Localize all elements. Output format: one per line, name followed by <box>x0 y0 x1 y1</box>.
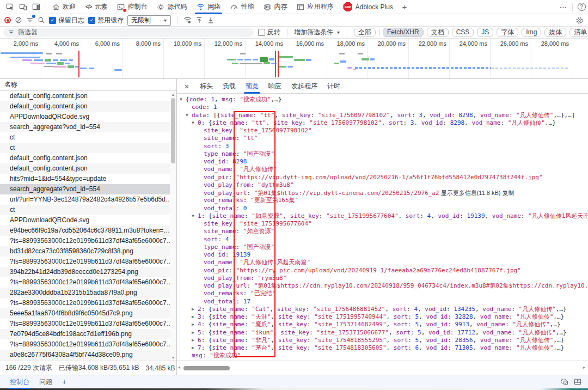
record-network-log-button[interactable] <box>4 17 11 23</box>
settings-gear-icon[interactable] <box>575 16 584 25</box>
throttling-select[interactable]: 无限制 ▼ <box>127 15 171 26</box>
filter-pill--[interactable]: 全部 <box>354 28 376 37</box>
tree-expand-icon[interactable]: ▼ <box>192 119 198 127</box>
request-row[interactable]: default_config.content.json <box>0 101 176 112</box>
tab-application[interactable]: 应用程序 <box>292 0 338 14</box>
requests-vertical-scrollbar[interactable]: ▲ ▼ <box>170 91 176 361</box>
search-icon[interactable] <box>38 16 45 24</box>
detail-horizontal-scrollbar[interactable]: ◂ ▸ <box>177 361 588 375</box>
more-options-icon[interactable]: ⋯ <box>557 1 570 14</box>
request-row[interactable]: 394b22b41d24db39d8eeccd0e1273254.png <box>0 267 176 277</box>
tab-timing[interactable]: 计时 <box>323 79 345 94</box>
tree-expand-icon[interactable]: ▶ <box>192 313 198 321</box>
request-row[interactable]: default_config.content.json <box>0 163 176 174</box>
tab-initiator[interactable]: 发起程序 <box>287 79 322 94</box>
preserve-log-checkbox[interactable]: ✓ 保留日志 <box>49 16 84 25</box>
network-conditions-icon[interactable] <box>183 16 192 24</box>
request-row[interactable]: search_aggregate?vod_id=554 <box>0 184 176 194</box>
tree-expand-icon[interactable]: ▼ <box>186 112 192 119</box>
filter-pill-img[interactable]: Img <box>522 28 541 37</box>
tab-console[interactable]: 控制台 <box>112 0 152 14</box>
scroll-up-icon[interactable]: ▲ <box>170 91 176 97</box>
import-har-icon[interactable] <box>195 16 203 24</box>
tab-memory[interactable]: 内存 <box>259 0 292 14</box>
expand-drawer-icon[interactable] <box>574 379 581 385</box>
tab-response[interactable]: 响应 <box>264 79 286 94</box>
request-row[interactable]: ?ts=88993563000c12e0199b611d37df48af65e6… <box>0 257 176 267</box>
request-row[interactable]: 5eee5a1faa6704f6b8d9f6c05045d7c9.png <box>0 308 176 319</box>
drawer-tab-issues[interactable]: 问题 <box>35 375 57 389</box>
request-row[interactable]: ?ts=88993563000c12e0199b611d37df48af65e6… <box>0 236 176 246</box>
request-row[interactable]: ?ts=88993563000c12e0199b611d37df48af65e6… <box>0 298 176 308</box>
tab-preview[interactable]: 预览 <box>241 79 263 94</box>
request-row[interactable]: APPDownloadQRCode.svg <box>0 112 176 122</box>
request-row[interactable]: bd31d82cca73c03f8598360c729c8f38.png <box>0 246 176 257</box>
tree-expand-icon[interactable]: ▶ <box>192 329 198 337</box>
filter-pill-css[interactable]: CSS <box>452 28 474 37</box>
request-row[interactable]: ct <box>0 143 176 153</box>
scroll-left-icon[interactable]: ◂ <box>178 365 180 370</box>
filter-pill-fetch-xhr[interactable]: Fetch/XHR <box>383 28 424 37</box>
dock-side-icon[interactable] <box>29 1 42 14</box>
filter-toggle-icon[interactable] <box>26 16 34 24</box>
request-row[interactable]: 7e0794d5ce84bdfc198acc7d1eff196b.png <box>0 329 176 339</box>
request-row[interactable]: e94bec66f9c19a7cd552064c6c378911.m3u8?to… <box>0 226 176 236</box>
json-tree-line[interactable]: ▼{code: 1, msg: "搜索成功",…} <box>177 96 588 103</box>
tree-expand-icon[interactable]: ▶ <box>192 306 198 313</box>
network-overview-timeline[interactable]: 2,000 ms4,000 ms6,000 ms8,000 ms10,000 m… <box>0 39 588 79</box>
more-filters-dropdown[interactable]: 增加筛选条件 ▼ <box>294 28 340 37</box>
help-icon[interactable]: ? <box>575 1 588 14</box>
tab-adblock-plus[interactable]: ABP Adblock Plus <box>338 0 397 14</box>
tab-elements[interactable]: </> 元素 <box>81 0 112 14</box>
request-row[interactable]: search_aggregate?vod_id=554 <box>0 122 176 132</box>
filter-pill-js[interactable]: JS <box>477 28 493 37</box>
request-row[interactable]: 282ae3300dddba1b2315b15ada87f9a0.png <box>0 288 176 298</box>
drawer-add-tab-button[interactable]: + <box>58 377 71 386</box>
request-row[interactable]: ?ts=88993563000c12e0199b611d37df48af65e6… <box>0 319 176 329</box>
request-row[interactable]: ct <box>0 205 176 215</box>
json-tree-line[interactable]: code: 1 <box>177 103 588 111</box>
filter-pill--[interactable]: 文档 <box>427 28 449 37</box>
scroll-down-icon[interactable]: ▼ <box>170 354 176 361</box>
request-row[interactable]: ?ts=88993563000c12e0199b611d37df48af65e6… <box>0 360 176 361</box>
request-row[interactable]: ?ts=88993563000c12e0199b611d37df48af65e6… <box>0 277 176 288</box>
tab-welcome[interactable]: 欢迎 <box>47 0 81 14</box>
requests-name-column-header[interactable]: 名称 <box>0 79 176 91</box>
tree-expand-icon[interactable]: ▼ <box>192 212 198 220</box>
close-icon[interactable]: × <box>181 82 192 91</box>
disable-cache-checkbox[interactable]: ✓ 禁用缓存 <box>88 16 124 25</box>
tab-performance[interactable]: 性能 <box>225 0 259 14</box>
request-row[interactable]: ?ts=88993563000c12e0199b611d37df48af65e6… <box>0 339 176 350</box>
request-row[interactable]: default_config.content.json <box>0 153 176 163</box>
export-har-icon[interactable] <box>207 16 215 24</box>
filter-input[interactable]: 筛选器 <box>3 28 254 37</box>
drawer-tab-console[interactable]: 控制台 <box>5 375 34 389</box>
filter-pill--[interactable]: 清单 <box>569 28 588 37</box>
json-ui-button[interactable]: 复制 <box>501 190 514 196</box>
inspect-element-icon[interactable] <box>3 1 16 14</box>
horizontal-scroll-thumb[interactable] <box>183 366 230 370</box>
json-ui-button[interactable]: 显示更多信息(11.8 kB) <box>439 190 501 196</box>
request-row[interactable]: ct <box>0 132 176 143</box>
request-row[interactable]: url/?url=YYNB-3ec124879a2482c4a4926b57e5… <box>0 194 176 205</box>
vertical-scroll-thumb[interactable] <box>171 98 175 163</box>
tree-expand-icon[interactable]: ▶ <box>192 321 198 328</box>
tree-expand-icon[interactable]: ▶ <box>192 337 198 344</box>
clear-network-log-icon[interactable] <box>15 16 22 24</box>
request-row[interactable]: a0e8c26775f64308a4f5bf744d38ce09.png <box>0 350 176 360</box>
tree-expand-icon[interactable]: ▶ <box>192 344 198 352</box>
device-toolbar-icon[interactable] <box>16 1 29 14</box>
scroll-right-icon[interactable]: ▸ <box>583 365 585 370</box>
request-row[interactable]: APPDownloadQRCode.svg <box>0 215 176 226</box>
open-dedicated-tools-icon[interactable] <box>561 379 568 385</box>
tab-sources[interactable]: 源代码 <box>152 0 192 14</box>
tree-expand-icon[interactable]: ▼ <box>180 96 186 103</box>
request-row[interactable]: hits?mid=1&id=554&type=update <box>0 174 176 184</box>
filter-pill--[interactable]: 媒体 <box>544 28 566 37</box>
invert-filter-checkbox[interactable]: 反转 <box>258 28 280 37</box>
request-row[interactable]: default_config.content.json <box>0 91 176 101</box>
tab-headers[interactable]: 标头 <box>195 79 217 94</box>
filter-pill--[interactable]: 字体 <box>497 28 518 37</box>
more-tabs-button[interactable]: + <box>398 1 411 14</box>
tab-network[interactable]: 网络 <box>192 0 225 14</box>
